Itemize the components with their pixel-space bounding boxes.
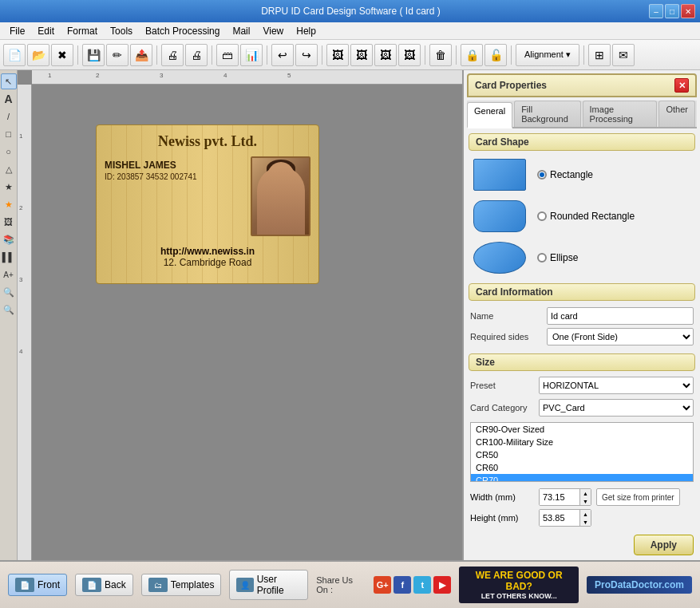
tool-select[interactable]: ↖: [1, 73, 17, 89]
toolbar-grid[interactable]: ⊞: [588, 44, 611, 66]
menu-batch-processing[interactable]: Batch Processing: [139, 24, 226, 38]
twitter-button[interactable]: t: [413, 576, 431, 594]
radio-rectangle[interactable]: Rectangle: [537, 169, 593, 180]
toolbar-db2[interactable]: 📊: [240, 44, 263, 66]
height-spinner: ▲ ▼: [579, 510, 591, 526]
youtube-button[interactable]: ▶: [433, 576, 451, 594]
category-select[interactable]: PVC_Card CR80 CR90: [539, 399, 694, 417]
maximize-button[interactable]: □: [665, 4, 679, 18]
width-input[interactable]: [540, 489, 579, 505]
get-size-from-printer-button[interactable]: Get size from printer: [596, 488, 680, 506]
height-down-button[interactable]: ▼: [580, 518, 591, 526]
canvas-with-ruler: 1 2 3 4 Newiss pvt. Ltd. MISHEL JAMES ID…: [18, 85, 462, 560]
list-item-cr90[interactable]: CR90-Over Sized: [471, 423, 693, 436]
card-canvas-area[interactable]: Newiss pvt. Ltd. MISHEL JAMES ID: 203857…: [32, 85, 462, 560]
canvas-area[interactable]: 1 2 3 4 5 1 2 3 4 Newiss pvt. Ltd.: [18, 70, 462, 560]
toolbar-open[interactable]: 📂: [27, 44, 49, 66]
size-listbox[interactable]: CR90-Over Sized CR100-Military Size CR50…: [470, 422, 694, 482]
tab-general[interactable]: General: [467, 102, 512, 128]
ruler-horizontal: 1 2 3 4 5: [32, 70, 462, 85]
back-button[interactable]: 📄 Back: [75, 574, 133, 596]
toolbar-sep4: [267, 45, 267, 65]
width-up-button[interactable]: ▲: [580, 489, 591, 497]
toolbar-lock2[interactable]: 🔓: [484, 44, 507, 66]
menu-file[interactable]: File: [3, 24, 31, 38]
toolbar-undo[interactable]: ↩: [271, 44, 294, 66]
menu-bar: File Edit Format Tools Batch Processing …: [0, 22, 700, 40]
templates-icon: 🗂: [148, 578, 168, 592]
ellipse-label: Ellipse: [550, 252, 578, 263]
menu-mail[interactable]: Mail: [226, 24, 256, 38]
toolbar-print[interactable]: 🖨: [185, 44, 208, 66]
google-plus-button[interactable]: G+: [374, 576, 391, 594]
name-input[interactable]: [547, 307, 694, 325]
tool-rectangle[interactable]: □: [1, 126, 17, 142]
facebook-button[interactable]: f: [394, 576, 411, 594]
toolbar-img2[interactable]: 🖼: [350, 44, 373, 66]
close-button[interactable]: ✕: [681, 4, 695, 18]
shape-preview-rectangle: [472, 157, 528, 192]
toolbar-img3[interactable]: 🖼: [374, 44, 397, 66]
toolbar-db1[interactable]: 🗃: [216, 44, 239, 66]
tool-star[interactable]: ★: [1, 179, 17, 195]
menu-view[interactable]: View: [256, 24, 290, 38]
front-button[interactable]: 📄 Front: [8, 574, 67, 596]
tool-circle[interactable]: ○: [1, 144, 17, 160]
tool-line[interactable]: /: [1, 109, 17, 124]
tool-text-a[interactable]: A: [1, 91, 17, 107]
toolbar-export[interactable]: 📤: [130, 44, 152, 66]
toolbar-img4[interactable]: 🖼: [398, 44, 421, 66]
tab-other[interactable]: Other: [658, 101, 695, 127]
menu-help[interactable]: Help: [290, 24, 322, 38]
toolbar-redo[interactable]: ↪: [295, 44, 318, 66]
list-item-cr100[interactable]: CR100-Military Size: [471, 436, 693, 448]
tool-star-orange[interactable]: ★: [1, 196, 17, 212]
tab-image-processing[interactable]: Image Processing: [583, 101, 658, 127]
name-field-label: Name: [470, 311, 542, 321]
toolbar-img1[interactable]: 🖼: [326, 44, 349, 66]
apply-button[interactable]: Apply: [634, 535, 694, 555]
toolbar-alignment[interactable]: Alignment ▾: [516, 44, 579, 66]
list-item-cr60[interactable]: CR60: [471, 461, 693, 474]
tool-books[interactable]: 📚: [1, 231, 17, 247]
toolbar-lock1[interactable]: 🔒: [461, 44, 483, 66]
id-card[interactable]: Newiss pvt. Ltd. MISHEL JAMES ID: 203857…: [96, 124, 319, 284]
promo-area[interactable]: WE ARE GOOD OR BAD? LET OTHERS KNOW...: [459, 567, 579, 603]
tab-fill-background[interactable]: Fill Background: [514, 101, 580, 127]
radio-btn-rounded[interactable]: [537, 211, 547, 221]
menu-edit[interactable]: Edit: [31, 24, 61, 38]
radio-btn-rectangle[interactable]: [537, 170, 547, 180]
height-input[interactable]: [540, 510, 579, 526]
tool-zoom[interactable]: 🔍: [1, 302, 17, 318]
required-sides-select[interactable]: One (Front Side) Two (Both Sides): [547, 328, 694, 345]
toolbar-close[interactable]: ✖: [51, 44, 73, 66]
toolbar-save[interactable]: 💾: [82, 44, 105, 66]
toolbar-edit[interactable]: ✏: [106, 44, 129, 66]
shape-rounded-icon: [473, 200, 526, 232]
menu-tools[interactable]: Tools: [104, 24, 139, 38]
height-up-button[interactable]: ▲: [580, 510, 591, 518]
toolbar-print-preview[interactable]: 🖨: [161, 44, 184, 66]
tool-magnifier[interactable]: 🔍: [1, 284, 17, 300]
radio-rounded-rectangle[interactable]: Rounded Rectangle: [537, 211, 635, 222]
tool-image[interactable]: 🖼: [1, 214, 17, 230]
list-item-cr50[interactable]: CR50: [471, 448, 693, 461]
tool-barcode[interactable]: ▌▌: [1, 249, 17, 265]
category-label: Card Category: [470, 403, 534, 413]
toolbar-delete[interactable]: 🗑: [429, 44, 452, 66]
toolbar-email[interactable]: ✉: [612, 44, 635, 66]
size-header: Size: [469, 353, 695, 371]
minimize-button[interactable]: –: [649, 4, 663, 18]
tool-text2[interactable]: A+: [1, 266, 17, 282]
radio-ellipse[interactable]: Ellipse: [537, 252, 578, 263]
width-down-button[interactable]: ▼: [580, 497, 591, 505]
templates-button[interactable]: 🗂 Templates: [141, 574, 222, 596]
toolbar-new[interactable]: 📄: [3, 44, 26, 66]
radio-btn-ellipse[interactable]: [537, 253, 547, 263]
tool-triangle[interactable]: △: [1, 161, 17, 177]
user-profile-button[interactable]: 👤 User Profile: [229, 570, 308, 600]
card-properties-close-button[interactable]: ✕: [674, 78, 689, 93]
preset-select[interactable]: HORIZONTAL VERTICAL CUSTOM: [539, 377, 694, 394]
menu-format[interactable]: Format: [61, 24, 104, 38]
list-item-cr70[interactable]: CR70: [471, 474, 693, 482]
